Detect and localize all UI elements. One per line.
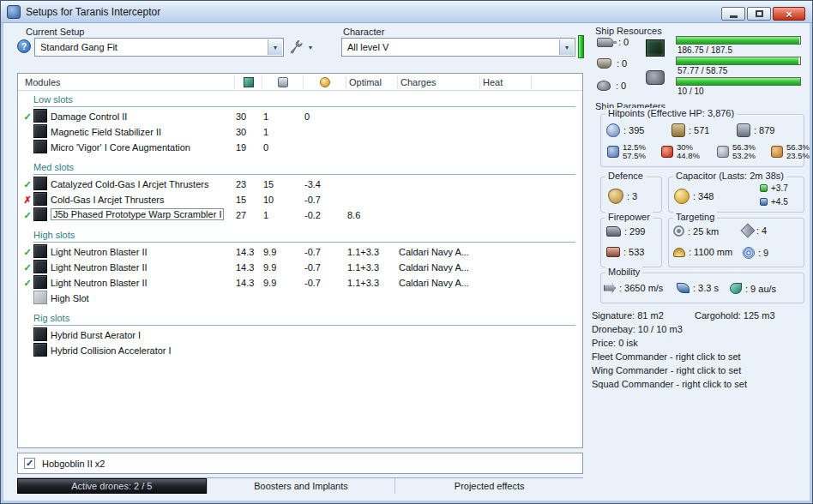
module-icon xyxy=(33,260,47,273)
module-status-icon: ✓ xyxy=(21,112,33,122)
module-charges: Caldari Navy A... xyxy=(397,247,479,257)
sensor-strength-icon xyxy=(743,247,755,259)
turret-hardpoint-icon xyxy=(597,38,613,47)
tab-boosters-and-implants[interactable]: Boosters and Implants xyxy=(207,478,395,494)
module-powergrid: 0 xyxy=(262,142,303,153)
module-optimal: 8.6 xyxy=(346,210,397,220)
fleet-commander-stat[interactable]: Fleet Commander - right click to set xyxy=(592,351,741,362)
wing-commander-stat[interactable]: Wing Commander - right click to set xyxy=(592,365,741,375)
character-select[interactable]: All level V ▾ xyxy=(341,38,575,57)
squad-commander-stat[interactable]: Squad Commander - right click to set xyxy=(592,379,747,389)
capacitor-amount: : 348 xyxy=(693,191,714,201)
character-label: Character xyxy=(343,27,384,37)
powergrid-bar xyxy=(676,57,801,65)
module-row[interactable]: ✓ Light Neutron Blaster II 14.3 9.9 -0.7… xyxy=(18,275,582,291)
module-icon xyxy=(33,327,47,341)
hitpoints-label: Hitpoints (Effective HP: 3,876) xyxy=(605,108,737,118)
thermal-resist-icon xyxy=(661,146,673,158)
drones-panel: Hobgoblin II x2 xyxy=(17,453,583,474)
tab-active-drones[interactable]: Active drones: 2 / 5 xyxy=(17,478,207,494)
module-name[interactable]: J5b Phased Prototype Warp Scrambler I xyxy=(51,208,224,220)
module-row[interactable]: Micro 'Vigor' I Core Augmentation 19 0 xyxy=(18,140,582,155)
warp-speed-icon xyxy=(730,283,742,294)
module-row[interactable]: ✓ Damage Control II 30 1 0 xyxy=(18,109,582,124)
cap-recharge-value: +3.7 xyxy=(771,183,788,193)
module-row[interactable]: Hybrid Collision Accelerator I xyxy=(18,343,582,358)
dronebay-stat: Dronebay: 10 / 10 m3 xyxy=(592,324,683,334)
scan-resolution-cell: : 1100 mm xyxy=(673,247,732,257)
cpu-icon xyxy=(646,39,665,57)
titlebar[interactable]: Setups for Taranis Interceptor xyxy=(1,1,812,23)
hull-icon xyxy=(737,123,750,137)
dps-cell: : 299 xyxy=(606,226,645,237)
kinetic-resist-icon xyxy=(717,146,729,158)
close-button[interactable]: × xyxy=(773,7,805,21)
module-optimal: 1.1+3.3 xyxy=(346,278,397,288)
drone-list-item[interactable]: Hobgoblin II x2 xyxy=(18,453,582,473)
module-cpu: 14.3 xyxy=(234,247,262,257)
module-row[interactable]: Hybrid Burst Aerator I xyxy=(18,327,582,343)
cpu-value: 186.75 / 187.5 xyxy=(678,45,732,55)
module-cpu: 30 xyxy=(234,111,262,122)
tools-dropdown-arrow-icon[interactable]: ▾ xyxy=(309,44,312,51)
sensor-strength-value: : 9 xyxy=(758,248,768,258)
module-name: Hybrid Burst Aerator I xyxy=(51,330,234,340)
capacitor-box: Capacitor (Lasts: 2m 38s) : 348 +3.7 +4.… xyxy=(668,177,804,213)
module-row[interactable]: ✓ J5b Phased Prototype Warp Scrambler I … xyxy=(18,207,582,223)
module-row[interactable]: ✓ Light Neutron Blaster II 14.3 9.9 -0.7… xyxy=(18,244,582,260)
empty-high-slot-row[interactable]: High Slot xyxy=(18,291,582,306)
capacitor-icon xyxy=(320,77,330,87)
mobility-label: Mobility xyxy=(605,267,642,277)
max-velocity-icon xyxy=(604,283,616,293)
launcher-hardpoints-value: : 0 xyxy=(617,58,627,69)
module-cpu: 23 xyxy=(234,179,262,189)
launcher-hardpoint-icon xyxy=(597,58,611,69)
volley-cell: : 533 xyxy=(606,247,644,257)
drone-checkbox[interactable] xyxy=(24,458,35,469)
defence-box: Defence : 3 xyxy=(600,177,662,213)
turret-hardpoints-value: : 0 xyxy=(618,37,629,47)
armor-icon xyxy=(671,123,685,137)
firepower-label: Firepower xyxy=(605,212,653,222)
module-status-icon: ✗ xyxy=(21,195,33,205)
align-time-cell: : 3.3 s xyxy=(677,283,719,293)
module-row[interactable]: ✓ Catalyzed Cold-Gas I Arcjet Thrusters … xyxy=(18,177,582,192)
eft-window: Setups for Taranis Interceptor × Current… xyxy=(0,0,813,504)
modules-panel: Modules Optimal Charges Heat Low slots ✓… xyxy=(17,73,583,448)
drone-hardpoints-value: : 0 xyxy=(616,81,626,91)
align-time-value: : 3.3 s xyxy=(693,283,719,293)
maximize-button[interactable] xyxy=(747,7,771,21)
powergrid-icon xyxy=(278,77,288,87)
character-skill-level-bar xyxy=(578,35,584,58)
chevron-down-icon[interactable]: ▾ xyxy=(559,39,574,55)
module-cap-use: -0.7 xyxy=(303,278,346,288)
fitting-tools-button[interactable] xyxy=(288,39,305,58)
module-name: Cold-Gas I Arcjet Thrusters xyxy=(51,195,234,205)
help-icon[interactable]: ? xyxy=(17,39,31,53)
max-targets-value: : 4 xyxy=(756,225,767,236)
calibration-value: 10 / 10 xyxy=(678,87,704,96)
module-row[interactable]: ✓ Light Neutron Blaster II 14.3 9.9 -0.7… xyxy=(18,260,582,275)
tab-projected-effects[interactable]: Projected effects xyxy=(394,478,583,494)
module-row[interactable]: Magnetic Field Stabilizer II 30 1 xyxy=(18,124,582,140)
module-icon xyxy=(33,244,47,258)
launcher-hardpoints: : 0 xyxy=(597,58,627,69)
chevron-down-icon[interactable]: ▾ xyxy=(268,39,282,55)
header-spacer xyxy=(531,76,582,88)
minimize-button[interactable] xyxy=(721,7,745,21)
module-row[interactable]: ✗ Cold-Gas I Arcjet Thrusters 15 10 -0.7 xyxy=(18,192,582,207)
signature-stat: Signature: 81 m2 xyxy=(592,310,664,321)
module-charges: Caldari Navy A... xyxy=(397,278,479,288)
module-status-icon: ✓ xyxy=(21,180,33,189)
module-cpu: 30 xyxy=(234,127,262,137)
cap-recharge-cell: +3.7 xyxy=(760,183,788,193)
heat-column-header: Heat xyxy=(479,76,531,88)
targeting-range-value: : 25 km xyxy=(688,226,719,237)
charges-column-header: Charges xyxy=(397,76,479,88)
current-setup-select[interactable]: Standard Gang Fit ▾ xyxy=(34,38,284,57)
max-velocity-value: : 3650 m/s xyxy=(619,283,663,293)
bottom-tabs: Active drones: 2 / 5 Boosters and Implan… xyxy=(17,477,583,494)
scan-resolution-icon xyxy=(673,248,685,257)
cap-recharge-icon xyxy=(760,184,768,192)
targeting-label: Targeting xyxy=(673,212,717,222)
